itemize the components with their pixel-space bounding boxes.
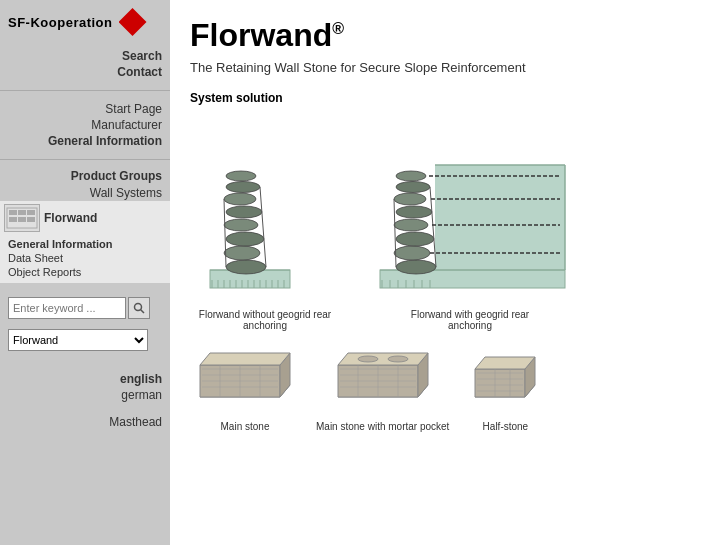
- search-input[interactable]: [8, 297, 126, 319]
- svg-point-53: [396, 171, 426, 181]
- stone-main: Main stone: [190, 347, 300, 432]
- nav-contact[interactable]: Contact: [0, 64, 170, 80]
- svg-point-29: [224, 193, 256, 205]
- logo-area: SF-Kooperation: [0, 0, 170, 42]
- svg-point-27: [224, 219, 258, 231]
- svg-point-46: [396, 260, 436, 274]
- svg-point-76: [388, 356, 408, 362]
- stone-mortar-caption: Main stone with mortar pocket: [316, 421, 449, 432]
- page-title: Florwand®: [190, 18, 707, 53]
- brand-logo-icon: [119, 8, 147, 36]
- sub-nav-general-info[interactable]: General Information: [8, 237, 162, 251]
- svg-rect-1: [9, 210, 17, 215]
- diagram1-caption: Florwand without geogrid rear anchoring: [195, 309, 335, 331]
- sidebar: SF-Kooperation Search Contact Start Page…: [0, 0, 170, 545]
- lang-english[interactable]: english: [0, 371, 170, 387]
- search-area: [0, 287, 170, 325]
- section-label: System solution: [190, 91, 707, 105]
- diagram-with-geogrid: Florwand with geogrid rear anchoring: [360, 115, 580, 331]
- nav-general-info[interactable]: General Information: [0, 133, 170, 149]
- svg-point-28: [226, 206, 262, 218]
- main-content: Florwand® The Retaining Wall Stone for S…: [170, 0, 727, 545]
- svg-line-32: [224, 199, 226, 267]
- svg-point-48: [396, 232, 434, 246]
- svg-point-47: [394, 246, 430, 260]
- divider-1: [0, 90, 170, 91]
- search-button[interactable]: [128, 297, 150, 319]
- wall-diagram-1-svg: [190, 115, 340, 305]
- diagram-without-geogrid: Florwand without geogrid rear anchoring: [190, 115, 340, 331]
- stone-mortar: Main stone with mortar pocket: [316, 347, 449, 432]
- wall-diagram-2-svg: [360, 115, 580, 305]
- stone-half-caption: Half-stone: [483, 421, 529, 432]
- active-item-label: Florwand: [44, 211, 97, 225]
- svg-marker-87: [475, 357, 535, 369]
- diagrams-row: Florwand without geogrid rear anchoring: [190, 115, 707, 331]
- stone-main-svg: [190, 347, 300, 417]
- lang-german[interactable]: german: [0, 387, 170, 403]
- divider-2: [0, 159, 170, 160]
- svg-point-52: [396, 182, 430, 193]
- product-groups-section: Product Groups Wall Systems Florwand: [0, 164, 170, 287]
- svg-marker-74: [338, 353, 428, 365]
- svg-point-24: [226, 260, 266, 274]
- product-dropdown[interactable]: Florwand: [8, 329, 148, 351]
- svg-point-31: [226, 171, 256, 181]
- svg-rect-4: [9, 217, 17, 222]
- florwand-thumbnail-icon: [4, 204, 40, 232]
- stone-main-caption: Main stone: [221, 421, 270, 432]
- nav-search-contact: Search Contact: [0, 42, 170, 86]
- svg-rect-6: [27, 217, 35, 222]
- nav-wall-systems[interactable]: Wall Systems: [0, 185, 170, 201]
- nav-start-page[interactable]: Start Page: [0, 101, 170, 117]
- stone-half-svg: [465, 347, 545, 417]
- svg-point-7: [135, 304, 142, 311]
- svg-point-75: [358, 356, 378, 362]
- stone-mortar-svg: [328, 347, 438, 417]
- svg-point-26: [226, 232, 264, 246]
- svg-point-49: [394, 219, 428, 231]
- svg-point-25: [224, 246, 260, 260]
- nav-manufacturer[interactable]: Manufacturer: [0, 117, 170, 133]
- nav-product-groups[interactable]: Product Groups: [0, 168, 170, 185]
- stone-half: Half-stone: [465, 347, 545, 432]
- svg-rect-5: [18, 217, 26, 222]
- language-section: english german: [0, 355, 170, 407]
- registered-mark: ®: [332, 20, 344, 37]
- stones-row: Main stone: [190, 347, 707, 432]
- dropdown-area: Florwand: [0, 325, 170, 355]
- nav-search[interactable]: Search: [0, 48, 170, 64]
- page-subtitle: The Retaining Wall Stone for Secure Slop…: [190, 59, 707, 77]
- svg-rect-2: [18, 210, 26, 215]
- svg-line-54: [394, 199, 396, 267]
- svg-marker-63: [200, 353, 290, 365]
- active-nav-item-row[interactable]: Florwand: [0, 201, 170, 235]
- svg-rect-3: [27, 210, 35, 215]
- svg-point-50: [396, 206, 432, 218]
- nav-main: Start Page Manufacturer General Informat…: [0, 95, 170, 155]
- sub-nav-data-sheet[interactable]: Data Sheet: [8, 251, 162, 265]
- nav-masthead[interactable]: Masthead: [0, 407, 170, 429]
- svg-point-51: [394, 193, 426, 205]
- brand-name: SF-Kooperation: [8, 15, 113, 30]
- diagram2-caption: Florwand with geogrid rear anchoring: [400, 309, 540, 331]
- sub-nav-object-reports[interactable]: Object Reports: [8, 265, 162, 279]
- svg-point-30: [226, 182, 260, 193]
- svg-line-8: [141, 310, 145, 314]
- sub-nav: General Information Data Sheet Object Re…: [0, 235, 170, 283]
- svg-line-33: [260, 187, 266, 267]
